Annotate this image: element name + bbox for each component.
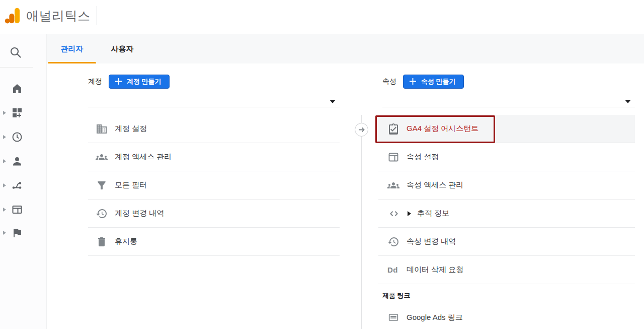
sidebar-item-realtime[interactable] xyxy=(0,125,46,149)
people-group-icon xyxy=(96,151,108,163)
admin-tabstrip: 관리자 사용자 xyxy=(47,34,644,63)
sidebar-item-conversions[interactable] xyxy=(0,221,46,245)
sidebar-item-customization[interactable] xyxy=(0,101,46,125)
tab-admin-label: 관리자 xyxy=(61,44,84,54)
clipboard-check-icon xyxy=(387,123,399,135)
expand-arrow-icon xyxy=(3,135,6,139)
clock-icon xyxy=(11,131,23,143)
filter-funnel-icon xyxy=(96,179,108,191)
building-icon xyxy=(96,123,108,135)
menu-item-property-access[interactable]: 속성 액세스 관리 xyxy=(378,171,635,200)
account-selector[interactable] xyxy=(88,90,340,107)
arrow-right-icon xyxy=(357,125,366,134)
menu-item-label: 속성 액세스 관리 xyxy=(407,180,463,190)
section-rule xyxy=(417,296,635,296)
menu-item-label: GA4 설정 어시스턴트 xyxy=(407,124,478,134)
menu-item-label: 속성 설정 xyxy=(407,152,439,162)
menu-item-label: Google Ads 링크 xyxy=(407,313,463,322)
menu-item-label: 휴지통 xyxy=(115,237,137,246)
trash-icon xyxy=(96,236,108,248)
menu-item-label: 모든 필터 xyxy=(115,180,147,190)
menu-item-label: 데이터 삭제 요청 xyxy=(407,265,463,275)
column-divider xyxy=(361,115,362,329)
property-column-label: 속성 xyxy=(382,77,396,86)
home-icon xyxy=(11,83,23,95)
menu-item-account-settings[interactable]: 계정 설정 xyxy=(88,115,340,143)
tab-user-label: 사용자 xyxy=(111,44,134,54)
create-property-button-label: 속성 만들기 xyxy=(421,77,456,86)
menu-item-trash[interactable]: 휴지통 xyxy=(88,228,340,256)
menu-item-data-deletion[interactable]: Dd 데이터 삭제 요청 xyxy=(378,256,635,284)
tab-admin[interactable]: 관리자 xyxy=(47,34,97,63)
window-layout-icon xyxy=(387,151,399,163)
expand-arrow-icon xyxy=(3,231,6,235)
history-clock-icon xyxy=(96,208,108,220)
menu-item-label: 계정 액세스 관리 xyxy=(115,152,172,162)
app-title: 애널리틱스 xyxy=(26,0,91,31)
active-tab-underline xyxy=(48,62,96,63)
top-header: 애널리틱스 xyxy=(0,0,644,34)
menu-item-ga4-setup-assistant[interactable]: GA4 설정 어시스턴트 xyxy=(378,115,635,143)
menu-item-all-filters[interactable]: 모든 필터 xyxy=(88,171,340,200)
sidebar-item-behavior[interactable] xyxy=(0,198,46,222)
tab-user[interactable]: 사용자 xyxy=(97,34,147,63)
create-account-button[interactable]: 계정 만들기 xyxy=(109,75,170,89)
sidebar-item-audience[interactable] xyxy=(0,149,46,173)
code-brackets-icon xyxy=(387,208,400,220)
plus-icon xyxy=(115,78,122,85)
menu-item-tracking-info[interactable]: 추적 정보 xyxy=(378,200,635,228)
expand-arrow-icon xyxy=(408,211,411,216)
chevron-down-icon xyxy=(330,100,336,103)
create-property-button[interactable]: 속성 만들기 xyxy=(403,75,464,89)
move-to-property-button[interactable] xyxy=(355,123,368,137)
menu-item-account-history[interactable]: 계정 변경 내역 xyxy=(88,200,340,228)
search-icon[interactable] xyxy=(9,45,23,59)
header-divider xyxy=(97,6,97,25)
account-column: 계정 계정 만들기 계정 설정 계정 액세스 관리 xyxy=(88,73,340,256)
property-column: 속성 속성 만들기 GA4 설정 어시스턴트 xyxy=(378,73,635,329)
menu-item-label: 계정 변경 내역 xyxy=(115,209,164,218)
plus-icon xyxy=(409,78,417,85)
expand-arrow-icon xyxy=(3,159,6,163)
account-column-label: 계정 xyxy=(88,77,102,86)
menu-item-label: 추적 정보 xyxy=(417,209,449,218)
create-account-button-label: 계정 만들기 xyxy=(127,77,162,86)
chevron-down-icon xyxy=(625,100,631,103)
ga-admin-screen: 애널리틱스 xyxy=(0,0,644,329)
menu-item-property-history[interactable]: 속성 변경 내역 xyxy=(378,228,635,256)
sidebar-divider xyxy=(0,67,33,68)
menu-item-property-settings[interactable]: 속성 설정 xyxy=(378,143,635,171)
ads-lines-icon xyxy=(387,311,399,323)
person-icon xyxy=(11,155,23,167)
dd-icon: Dd xyxy=(387,266,401,274)
left-sidebar xyxy=(0,34,47,329)
sidebar-item-acquisition[interactable] xyxy=(0,173,46,198)
analytics-logo-icon xyxy=(5,7,21,25)
menu-item-label: 계정 설정 xyxy=(115,124,147,134)
customization-grid-icon xyxy=(11,107,23,119)
expand-arrow-icon xyxy=(3,183,6,187)
flag-icon xyxy=(11,227,23,239)
history-clock-icon xyxy=(387,236,399,248)
sidebar-item-home[interactable] xyxy=(0,77,46,101)
branch-share-icon xyxy=(11,179,23,191)
browser-window-icon xyxy=(11,204,23,216)
menu-item-account-access[interactable]: 계정 액세스 관리 xyxy=(88,143,340,171)
expand-arrow-icon xyxy=(3,208,6,212)
menu-item-google-ads-link[interactable]: Google Ads 링크 xyxy=(378,303,635,329)
product-links-header: 제품 링크 xyxy=(382,291,411,300)
menu-item-label: 속성 변경 내역 xyxy=(407,237,456,246)
people-group-icon xyxy=(387,179,399,191)
property-selector[interactable] xyxy=(382,90,635,107)
product-links-section: 제품 링크 xyxy=(378,288,635,303)
expand-arrow-icon xyxy=(3,111,6,115)
